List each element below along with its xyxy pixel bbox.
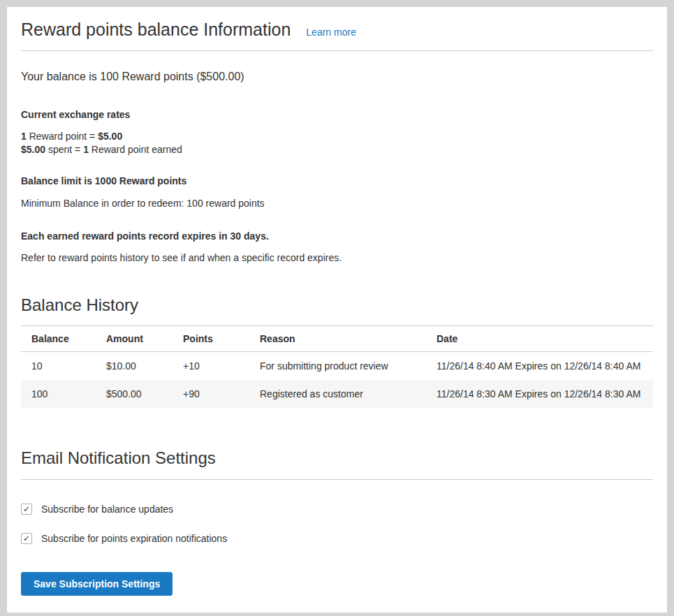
rate-line1: 1 Reward point = $5.00 bbox=[21, 131, 122, 142]
balance-history-table: Balance Amount Points Reason Date 10 $10… bbox=[21, 325, 653, 408]
cell-points: +90 bbox=[173, 380, 249, 408]
balance-updates-option[interactable]: ✓ Subscribe for balance updates bbox=[21, 504, 653, 515]
balance-history-heading: Balance History bbox=[21, 294, 653, 316]
cell-reason: Registered as customer bbox=[249, 380, 426, 408]
balance-updates-label: Subscribe for balance updates bbox=[41, 504, 173, 515]
cell-balance: 10 bbox=[21, 352, 96, 381]
cell-amount: $500.00 bbox=[96, 380, 173, 408]
page-title: Reward points balance Information bbox=[21, 18, 291, 41]
page-background: { "header": { "title": "Reward points ba… bbox=[0, 0, 674, 616]
cell-reason: For submitting product review bbox=[249, 352, 426, 381]
cell-date: 11/26/14 8:30 AM Expires on 12/26/14 8:3… bbox=[426, 380, 653, 408]
cell-points: +10 bbox=[173, 352, 249, 381]
learn-more-link[interactable]: Learn more bbox=[306, 27, 356, 38]
check-icon: ✓ bbox=[23, 534, 30, 543]
exchange-rate-lines: 1 Reward point = $5.00 $5.00 spent = 1 R… bbox=[21, 130, 653, 156]
cell-date: 11/26/14 8:40 AM Expires on 12/26/14 8:4… bbox=[426, 352, 653, 381]
minimum-balance-text: Minimum Balance in order to redeem: 100 … bbox=[21, 196, 653, 210]
email-settings-heading: Email Notification Settings bbox=[21, 447, 653, 469]
column-header-reason: Reason bbox=[249, 326, 426, 352]
balance-limit-heading: Balance limit is 1000 Reward points bbox=[21, 175, 653, 187]
cell-amount: $10.00 bbox=[96, 352, 173, 381]
balance-summary: Your balance is 100 Reward points ($500.… bbox=[21, 69, 653, 85]
points-expiration-option[interactable]: ✓ Subscribe for points expiration notifi… bbox=[21, 533, 653, 544]
card-header: Reward points balance Information Learn … bbox=[21, 18, 653, 41]
expiry-note: Refer to reward points history to see if… bbox=[21, 251, 653, 265]
email-settings-divider bbox=[21, 479, 653, 480]
table-row: 10 $10.00 +10 For submitting product rev… bbox=[21, 352, 653, 381]
column-header-date: Date bbox=[426, 326, 653, 352]
cell-balance: 100 bbox=[21, 380, 96, 408]
column-header-points: Points bbox=[173, 326, 249, 352]
header-divider bbox=[21, 50, 653, 51]
reward-info-card: Reward points balance Information Learn … bbox=[7, 7, 667, 613]
save-subscription-settings-button[interactable]: Save Subscription Settings bbox=[21, 572, 173, 596]
exchange-rates-heading: Current exchange rates bbox=[21, 108, 653, 121]
expiry-heading: Each earned reward points record expires… bbox=[21, 230, 653, 242]
balance-updates-checkbox[interactable]: ✓ bbox=[21, 504, 32, 515]
column-header-amount: Amount bbox=[96, 326, 173, 352]
table-row: 100 $500.00 +90 Registered as customer 1… bbox=[21, 380, 653, 408]
column-header-balance: Balance bbox=[21, 326, 96, 352]
check-icon: ✓ bbox=[23, 505, 30, 513]
table-header-row: Balance Amount Points Reason Date bbox=[21, 326, 653, 352]
points-expiration-label: Subscribe for points expiration notifica… bbox=[41, 533, 227, 544]
rate-line2: $5.00 spent = 1 Reward point earned bbox=[21, 144, 182, 155]
points-expiration-checkbox[interactable]: ✓ bbox=[21, 533, 32, 544]
